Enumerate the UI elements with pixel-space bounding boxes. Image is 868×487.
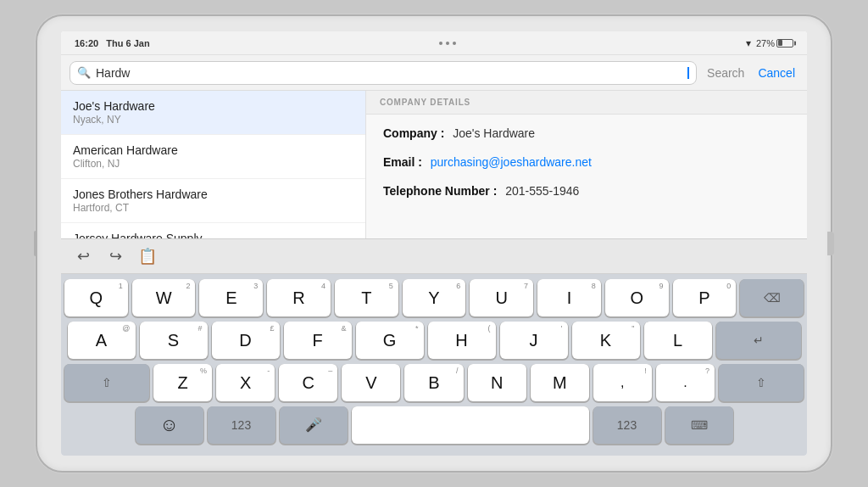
toolbar: ↩ ↪ 📋 — [61, 238, 807, 274]
ipad-screen: 16:20 Thu 6 Jan ▾ 27% — [61, 31, 807, 456]
key-question[interactable]: ?. — [656, 364, 715, 401]
key-x[interactable]: -X — [216, 364, 275, 401]
key-u[interactable]: 7U — [470, 279, 533, 316]
key-123-left[interactable]: 123 — [208, 406, 275, 444]
key-shift-right[interactable]: ⇧ — [719, 364, 804, 401]
result-item-4[interactable]: Jersey Hardware Supply Jersey City, NJ — [61, 223, 365, 238]
status-bar: 16:20 Thu 6 Jan ▾ 27% — [61, 31, 807, 55]
result-location-2: Clifton, NJ — [73, 158, 353, 170]
search-results-panel: Joe's Hardware Nyack, NY American Hardwa… — [61, 91, 366, 238]
result-name-3: Jones Brothers Hardware — [73, 188, 353, 201]
keyboard-row-2: @A #S £D &F *G (H 'J "K L ↵ — [64, 322, 804, 359]
key-e[interactable]: 3E — [199, 279, 263, 316]
key-y[interactable]: 6Y — [403, 279, 466, 316]
search-button[interactable]: Search — [704, 66, 748, 80]
detail-company-row: Company : Joe's Hardware — [383, 126, 790, 140]
key-exclaim[interactable]: !, — [593, 364, 652, 401]
key-microphone[interactable]: 🎤 — [280, 406, 348, 444]
key-n[interactable]: N — [468, 364, 526, 401]
email-value: purchasing@joeshardware.net — [431, 155, 592, 169]
keyboard-row-1: 1Q 2W 3E 4R 5T 6Y 7U 8I 9O 0P ⌫ — [64, 279, 804, 316]
keyboard: 1Q 2W 3E 4R 5T 6Y 7U 8I 9O 0P ⌫ @A #S £D… — [61, 274, 807, 456]
result-name-4: Jersey Hardware Supply — [73, 232, 353, 238]
result-name-1: Joe's Hardware — [73, 99, 353, 113]
search-icon: 🔍 — [77, 66, 91, 79]
key-q[interactable]: 1Q — [64, 279, 128, 316]
key-s[interactable]: #S — [140, 322, 208, 359]
key-space[interactable] — [352, 406, 589, 444]
company-label: Company : — [383, 126, 444, 140]
result-location-1: Nyack, NY — [73, 114, 353, 126]
details-header: COMPANY DETAILS — [366, 91, 807, 115]
dot-1 — [439, 42, 442, 45]
cancel-button[interactable]: Cancel — [754, 66, 798, 80]
key-m[interactable]: M — [531, 364, 589, 401]
key-r[interactable]: 4R — [267, 279, 331, 316]
ipad-home-button[interactable] — [827, 232, 834, 255]
key-k[interactable]: "K — [572, 322, 640, 359]
key-t[interactable]: 5T — [335, 279, 398, 316]
key-j[interactable]: 'J — [500, 322, 568, 359]
key-123-right[interactable]: 123 — [593, 406, 661, 444]
detail-email-row: Email : purchasing@joeshardware.net — [383, 155, 790, 169]
ipad-frame: 16:20 Thu 6 Jan ▾ 27% — [36, 14, 832, 473]
key-d[interactable]: £D — [212, 322, 280, 359]
status-date: Thu 6 Jan — [106, 38, 149, 48]
key-v[interactable]: V — [342, 364, 400, 401]
search-bar: 🔍 Hardw Search Cancel — [61, 55, 807, 91]
key-hide-keyboard[interactable]: ⌨ — [665, 406, 733, 444]
result-location-3: Hartford, CT — [73, 202, 353, 214]
search-input-wrapper[interactable]: 🔍 Hardw — [70, 61, 697, 85]
main-content: Joe's Hardware Nyack, NY American Hardwa… — [61, 91, 807, 238]
status-time: 16:20 — [75, 38, 98, 48]
result-item-2[interactable]: American Hardware Clifton, NJ — [61, 135, 365, 179]
status-right: ▾ 27% — [746, 37, 793, 49]
keyboard-row-3: ⇧ %Z -X –C V /B N M !, ?. ⇧ — [64, 364, 804, 401]
detail-telephone-row: Telephone Number : 201-555-1946 — [383, 184, 790, 198]
battery-percent: 27% — [756, 38, 775, 48]
result-item-3[interactable]: Jones Brothers Hardware Hartford, CT — [61, 179, 365, 223]
keyboard-row-bottom: ☺ 123 🎤 123 ⌨ — [64, 406, 804, 444]
key-z[interactable]: %Z — [153, 364, 212, 401]
email-label: Email : — [383, 155, 422, 169]
wifi-icon: ▾ — [746, 37, 751, 49]
dot-2 — [446, 42, 449, 45]
telephone-label: Telephone Number : — [383, 184, 497, 198]
search-cursor — [687, 67, 689, 79]
paste-button[interactable]: 📋 — [136, 244, 159, 268]
key-c[interactable]: –C — [279, 364, 337, 401]
battery-fill — [778, 40, 782, 46]
key-b[interactable]: /B — [404, 364, 463, 401]
key-w[interactable]: 2W — [132, 279, 196, 316]
key-return[interactable]: ↵ — [716, 322, 801, 359]
dot-3 — [453, 42, 456, 45]
ipad-side-button[interactable] — [34, 231, 37, 256]
search-input[interactable]: Hardw — [96, 66, 682, 80]
company-value: Joe's Hardware — [453, 126, 535, 140]
status-time-date: 16:20 Thu 6 Jan — [75, 38, 150, 48]
key-backspace[interactable]: ⌫ — [740, 279, 804, 316]
company-details-panel: COMPANY DETAILS Company : Joe's Hardware… — [366, 91, 807, 238]
result-name-2: American Hardware — [73, 143, 353, 157]
undo-button[interactable]: ↩ — [71, 244, 95, 268]
key-emoji[interactable]: ☺ — [136, 406, 203, 444]
key-g[interactable]: *G — [356, 322, 424, 359]
status-center-dots — [439, 42, 456, 45]
key-f[interactable]: &F — [284, 322, 352, 359]
key-a[interactable]: @A — [68, 322, 136, 359]
key-shift-left[interactable]: ⇧ — [64, 364, 149, 401]
key-o[interactable]: 9O — [605, 279, 669, 316]
details-body: Company : Joe's Hardware Email : purchas… — [366, 115, 807, 238]
key-l[interactable]: L — [644, 322, 712, 359]
key-h[interactable]: (H — [428, 322, 496, 359]
battery-icon — [776, 39, 793, 48]
key-i[interactable]: 8I — [537, 279, 601, 316]
redo-button[interactable]: ↪ — [103, 244, 127, 268]
result-item-1[interactable]: Joe's Hardware Nyack, NY — [61, 91, 365, 135]
battery-indicator: 27% — [756, 38, 793, 48]
telephone-value: 201-555-1946 — [505, 184, 579, 198]
key-p[interactable]: 0P — [673, 279, 737, 316]
